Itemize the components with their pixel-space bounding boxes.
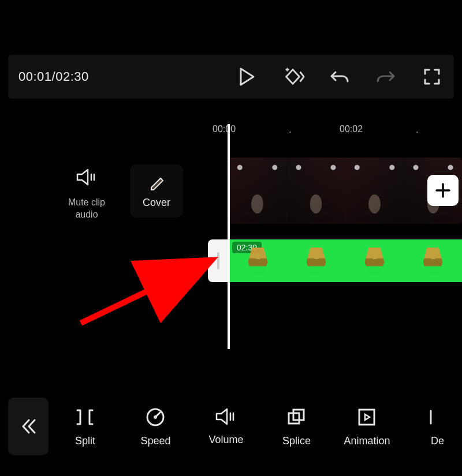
bottom-margin [0, 467, 462, 476]
tool-animation[interactable]: Animation [345, 406, 388, 447]
add-keyframe-button[interactable] [282, 65, 305, 88]
time-display: 00:01/02:30 [18, 69, 89, 84]
tool-list: Split Speed Volume Splice Animation De [64, 406, 454, 447]
chevron-left-double-icon [18, 417, 38, 436]
playhead[interactable] [228, 124, 230, 349]
cover-label: Cover [143, 197, 170, 209]
tool-label: De [431, 435, 444, 447]
tool-speed[interactable]: Speed [134, 406, 177, 447]
overlay-thumbnail [404, 239, 462, 282]
speed-icon [144, 406, 166, 428]
tool-label: Split [75, 435, 95, 447]
undo-button[interactable] [328, 65, 351, 88]
svg-point-1 [154, 415, 157, 418]
cover-button[interactable]: Cover [130, 164, 183, 218]
animation-icon [356, 406, 378, 428]
ruler-dot: · [289, 126, 292, 138]
clip-trim-handle-left[interactable] [208, 239, 229, 282]
back-button[interactable] [8, 398, 49, 455]
handle-grip-icon [217, 252, 219, 269]
split-icon [74, 406, 96, 428]
clip-thumbnail [345, 158, 404, 224]
mute-clip-audio-button[interactable]: Mute clipaudio [55, 167, 118, 221]
overlay-clip[interactable]: 02:30 [208, 239, 462, 282]
clip-thumbnail [228, 158, 286, 224]
edit-tools-bar: Split Speed Volume Splice Animation De [8, 392, 454, 460]
tool-label: Speed [140, 435, 170, 447]
fullscreen-button[interactable] [420, 65, 444, 88]
overlay-clip-body[interactable]: 02:30 [229, 239, 462, 282]
tool-label: Animation [344, 435, 390, 447]
speaker-icon [55, 167, 118, 190]
play-button[interactable] [236, 65, 259, 88]
tool-splice[interactable]: Splice [275, 406, 318, 447]
ruler-dot: · [416, 126, 419, 138]
top-margin [0, 0, 462, 55]
tool-split[interactable]: Split [64, 406, 106, 447]
svg-rect-4 [359, 410, 374, 425]
timeline-area: Mute clipaudio Cover 02:30 [0, 144, 462, 306]
add-clip-button[interactable] [427, 175, 459, 206]
clip-thumbnail [286, 158, 345, 224]
ruler-tick: 00:00 [213, 124, 236, 134]
mute-label: Mute clipaudio [55, 196, 118, 221]
volume-icon [214, 406, 237, 427]
overlay-thumbnail [287, 239, 345, 282]
tool-partial-icon [426, 406, 448, 428]
tool-delete-partial[interactable]: De [416, 406, 454, 447]
overlay-thumbnail [345, 239, 404, 282]
timeline-ruler[interactable]: 00:00 · 00:02 · [0, 124, 462, 143]
ruler-tick: 00:02 [340, 124, 363, 134]
plus-icon [434, 182, 452, 199]
video-editor-screen: 00:01/02:30 [0, 0, 462, 476]
splice-icon [285, 406, 307, 428]
tool-label: Volume [208, 434, 243, 446]
tool-volume[interactable]: Volume [204, 406, 247, 447]
overlay-thumbnail [229, 239, 287, 282]
toolbar-actions [236, 65, 444, 88]
pencil-icon [148, 174, 165, 191]
tool-label: Splice [282, 435, 311, 447]
redo-button[interactable] [374, 65, 397, 88]
playback-toolbar: 00:01/02:30 [8, 55, 454, 99]
